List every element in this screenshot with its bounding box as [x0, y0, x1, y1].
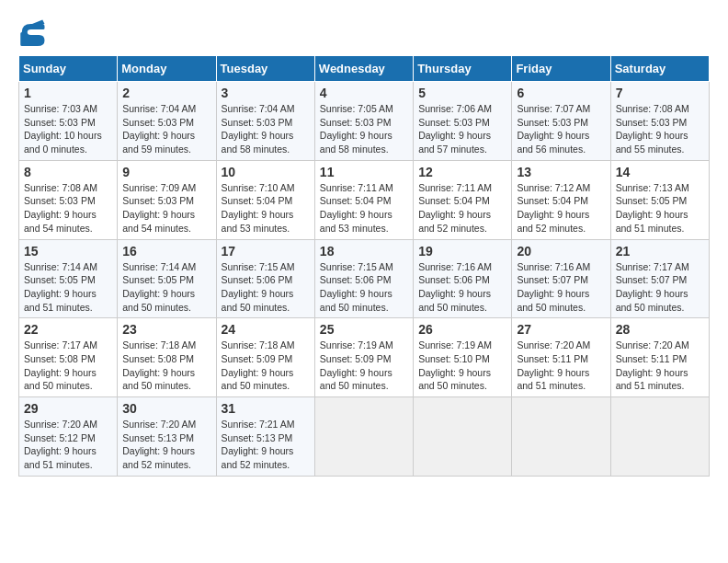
- daylight-hours: Daylight: 10 hours and 0 minutes.: [24, 129, 112, 155]
- sunrise-time: Sunrise: 7:18 AM: [222, 339, 310, 352]
- weekday-header-friday: Friday: [512, 56, 610, 82]
- calendar-cell: 1Sunrise: 7:03 AMSunset: 5:03 PMDaylight…: [19, 82, 118, 161]
- sunrise-time: Sunrise: 7:11 AM: [320, 181, 408, 195]
- daylight-hours: Daylight: 9 hours and 51 minutes.: [616, 208, 704, 235]
- calendar-cell: [610, 397, 709, 477]
- sunset-time: Sunset: 5:06 PM: [320, 273, 408, 287]
- sunrise-time: Sunrise: 7:19 AM: [320, 339, 408, 352]
- weekday-header-thursday: Thursday: [414, 56, 512, 82]
- sunset-time: Sunset: 5:11 PM: [517, 352, 605, 366]
- daylight-hours: Daylight: 9 hours and 59 minutes.: [122, 129, 210, 155]
- daylight-hours: Daylight: 9 hours and 50 minutes.: [24, 366, 112, 393]
- day-number: 12: [418, 165, 506, 179]
- day-number: 9: [122, 165, 210, 179]
- day-number: 27: [517, 322, 605, 337]
- calendar-cell: 22Sunrise: 7:17 AMSunset: 5:08 PMDayligh…: [19, 318, 118, 397]
- day-number: 15: [24, 244, 112, 259]
- calendar-cell: 5Sunrise: 7:06 AMSunset: 5:03 PMDaylight…: [414, 82, 512, 161]
- sunrise-time: Sunrise: 7:20 AM: [24, 418, 112, 431]
- daylight-hours: Daylight: 9 hours and 52 minutes.: [418, 208, 506, 235]
- calendar-cell: 29Sunrise: 7:20 AMSunset: 5:12 PMDayligh…: [19, 397, 118, 477]
- daylight-hours: Daylight: 9 hours and 50 minutes.: [222, 366, 310, 393]
- calendar-cell: 18Sunrise: 7:15 AMSunset: 5:06 PMDayligh…: [314, 239, 413, 318]
- daylight-hours: Daylight: 9 hours and 52 minutes.: [122, 444, 210, 471]
- sunrise-time: Sunrise: 7:17 AM: [24, 339, 112, 352]
- logo: [18, 18, 50, 46]
- weekday-header-row: SundayMondayTuesdayWednesdayThursdayFrid…: [19, 56, 710, 82]
- calendar-cell: 4Sunrise: 7:05 AMSunset: 5:03 PMDaylight…: [314, 82, 413, 161]
- calendar-week-row: 8Sunrise: 7:08 AMSunset: 5:03 PMDaylight…: [19, 160, 710, 239]
- sunset-time: Sunset: 5:13 PM: [222, 431, 310, 445]
- sunset-time: Sunset: 5:04 PM: [222, 194, 310, 208]
- sunset-time: Sunset: 5:03 PM: [616, 116, 704, 130]
- sunrise-time: Sunrise: 7:05 AM: [320, 102, 408, 116]
- calendar-cell: 20Sunrise: 7:16 AMSunset: 5:07 PMDayligh…: [512, 239, 610, 318]
- day-number: 18: [320, 244, 408, 259]
- calendar-cell: 28Sunrise: 7:20 AMSunset: 5:11 PMDayligh…: [610, 318, 709, 397]
- sunrise-time: Sunrise: 7:20 AM: [122, 418, 210, 431]
- sunrise-time: Sunrise: 7:17 AM: [616, 260, 704, 274]
- day-number: 8: [24, 165, 112, 179]
- calendar-cell: 9Sunrise: 7:09 AMSunset: 5:03 PMDaylight…: [118, 160, 216, 239]
- daylight-hours: Daylight: 9 hours and 58 minutes.: [320, 129, 408, 155]
- day-number: 24: [222, 322, 310, 337]
- day-number: 2: [122, 86, 210, 100]
- day-number: 13: [517, 165, 605, 179]
- day-number: 22: [24, 322, 112, 337]
- sunrise-time: Sunrise: 7:10 AM: [222, 181, 310, 195]
- sunset-time: Sunset: 5:10 PM: [418, 352, 506, 366]
- calendar-week-row: 22Sunrise: 7:17 AMSunset: 5:08 PMDayligh…: [19, 318, 710, 397]
- calendar-cell: 26Sunrise: 7:19 AMSunset: 5:10 PMDayligh…: [414, 318, 512, 397]
- calendar-cell: 25Sunrise: 7:19 AMSunset: 5:09 PMDayligh…: [314, 318, 413, 397]
- sunset-time: Sunset: 5:03 PM: [122, 116, 210, 130]
- calendar-cell: 30Sunrise: 7:20 AMSunset: 5:13 PMDayligh…: [118, 397, 216, 477]
- sunrise-time: Sunrise: 7:15 AM: [320, 260, 408, 274]
- day-number: 14: [616, 165, 704, 179]
- sunset-time: Sunset: 5:05 PM: [24, 273, 112, 287]
- sunrise-time: Sunrise: 7:08 AM: [616, 102, 704, 116]
- weekday-header-wednesday: Wednesday: [314, 56, 413, 82]
- day-number: 28: [616, 322, 704, 337]
- sunrise-time: Sunrise: 7:08 AM: [24, 181, 112, 195]
- calendar-cell: 2Sunrise: 7:04 AMSunset: 5:03 PMDaylight…: [118, 82, 216, 161]
- day-number: 19: [418, 244, 506, 259]
- logo-icon: [18, 18, 46, 46]
- daylight-hours: Daylight: 9 hours and 53 minutes.: [222, 208, 310, 235]
- calendar-cell: 31Sunrise: 7:21 AMSunset: 5:13 PMDayligh…: [216, 397, 314, 477]
- sunrise-time: Sunrise: 7:16 AM: [418, 260, 506, 274]
- weekday-header-saturday: Saturday: [610, 56, 709, 82]
- calendar-cell: 17Sunrise: 7:15 AMSunset: 5:06 PMDayligh…: [216, 239, 314, 318]
- daylight-hours: Daylight: 9 hours and 50 minutes.: [418, 366, 506, 393]
- day-number: 4: [320, 86, 408, 100]
- daylight-hours: Daylight: 9 hours and 55 minutes.: [616, 129, 704, 155]
- calendar-cell: [512, 397, 610, 477]
- sunrise-time: Sunrise: 7:16 AM: [517, 260, 605, 274]
- daylight-hours: Daylight: 9 hours and 51 minutes.: [517, 366, 605, 393]
- calendar-week-row: 29Sunrise: 7:20 AMSunset: 5:12 PMDayligh…: [19, 397, 710, 477]
- daylight-hours: Daylight: 9 hours and 53 minutes.: [320, 208, 408, 235]
- sunset-time: Sunset: 5:03 PM: [24, 116, 112, 130]
- sunrise-time: Sunrise: 7:13 AM: [616, 181, 704, 195]
- calendar-week-row: 15Sunrise: 7:14 AMSunset: 5:05 PMDayligh…: [19, 239, 710, 318]
- daylight-hours: Daylight: 9 hours and 50 minutes.: [616, 287, 704, 314]
- sunset-time: Sunset: 5:05 PM: [616, 194, 704, 208]
- weekday-header-tuesday: Tuesday: [216, 56, 314, 82]
- sunset-time: Sunset: 5:12 PM: [24, 431, 112, 445]
- sunset-time: Sunset: 5:03 PM: [320, 116, 408, 130]
- sunrise-time: Sunrise: 7:03 AM: [24, 102, 112, 116]
- page-header: [18, 18, 710, 46]
- sunset-time: Sunset: 5:13 PM: [122, 431, 210, 445]
- daylight-hours: Daylight: 9 hours and 50 minutes.: [122, 366, 210, 393]
- day-number: 21: [616, 244, 704, 259]
- sunrise-time: Sunrise: 7:04 AM: [222, 102, 310, 116]
- sunrise-time: Sunrise: 7:18 AM: [122, 339, 210, 352]
- day-number: 23: [122, 322, 210, 337]
- calendar-cell: 15Sunrise: 7:14 AMSunset: 5:05 PMDayligh…: [19, 239, 118, 318]
- sunrise-time: Sunrise: 7:14 AM: [24, 260, 112, 274]
- daylight-hours: Daylight: 9 hours and 57 minutes.: [418, 129, 506, 155]
- weekday-header-monday: Monday: [118, 56, 216, 82]
- calendar-cell: 27Sunrise: 7:20 AMSunset: 5:11 PMDayligh…: [512, 318, 610, 397]
- calendar-cell: 7Sunrise: 7:08 AMSunset: 5:03 PMDaylight…: [610, 82, 709, 161]
- sunrise-time: Sunrise: 7:19 AM: [418, 339, 506, 352]
- calendar-cell: 24Sunrise: 7:18 AMSunset: 5:09 PMDayligh…: [216, 318, 314, 397]
